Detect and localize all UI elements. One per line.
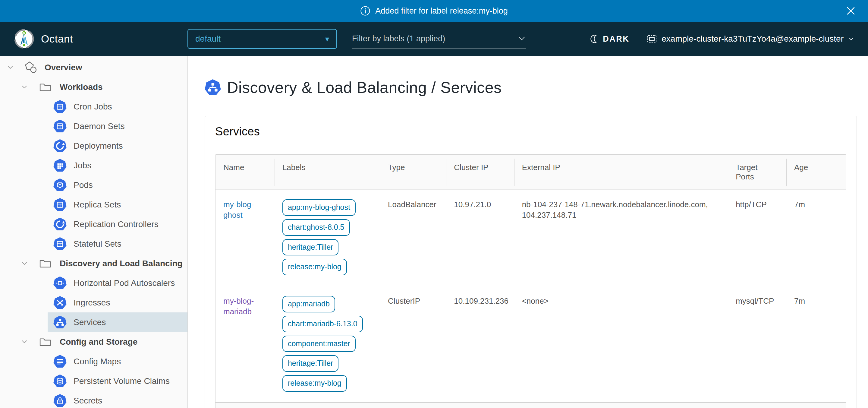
moon-icon: [590, 34, 599, 44]
brand: Octant: [14, 29, 187, 49]
sidebar-item-label: Config and Storage: [60, 337, 137, 347]
octant-logo-icon: [14, 29, 34, 49]
sidebar-item-label: Discovery and Load Balancing: [60, 259, 183, 268]
cell-target-ports: mysql/TCP: [728, 286, 786, 402]
label-pill: app:mariadb: [282, 296, 335, 313]
page-title: Discovery & Load Balancing / Services: [205, 79, 868, 96]
service-link[interactable]: my-blog-mariadb: [223, 296, 254, 316]
label-pill: chart:mariadb-6.13.0: [282, 316, 363, 332]
table-header-row: Name Labels Type Cluster IP External IP …: [216, 155, 846, 190]
services-card: Services Name Labels Type Cluster IP Ext…: [205, 116, 857, 408]
label-pill: release:my-blog: [282, 259, 347, 275]
sidebar-item-deployments[interactable]: Deployments: [0, 136, 187, 155]
persistent-volume-claims-icon: [53, 375, 67, 388]
table-row: my-blog-mariadb app:mariadb chart:mariad…: [216, 286, 846, 402]
cell-cluster-ip: 10.109.231.236: [446, 286, 514, 402]
sidebar-item-config-and-storage[interactable]: Config and Storage: [0, 332, 187, 352]
sidebar-item-label: Jobs: [73, 161, 91, 170]
sidebar-item-daemon-sets[interactable]: Daemon Sets: [0, 116, 187, 136]
page-title-text: Discovery & Load Balancing / Services: [227, 79, 502, 96]
theme-label: DARK: [603, 34, 629, 44]
cell-age: 7m: [786, 190, 846, 286]
sidebar-item-label: Replica Sets: [73, 200, 121, 210]
sidebar-item-services[interactable]: Services: [48, 313, 187, 332]
alert-message: Added filter for label release:my-blog: [375, 6, 508, 16]
label-filter-dropdown[interactable]: Filter by labels (1 applied): [352, 29, 526, 49]
alert-banner: Added filter for label release:my-blog: [0, 0, 868, 22]
label-pill: chart:ghost-8.0.5: [282, 219, 350, 236]
applications-icon: [24, 61, 37, 74]
cluster-icon: [647, 34, 657, 44]
sidebar-item-stateful-sets[interactable]: Stateful Sets: [0, 234, 187, 254]
sidebar-item-label: Services: [73, 318, 106, 327]
cell-type: ClusterIP: [380, 286, 446, 402]
horizontal-pod-autoscalers-icon: [53, 276, 67, 290]
namespace-selector[interactable]: default ▾: [187, 29, 337, 49]
caret-down-icon: ▾: [325, 34, 329, 44]
card-title: Services: [215, 125, 846, 138]
datagrid-footer: Items per page 10 1 - 2 of 2 items: [216, 402, 846, 408]
sidebar-item-jobs[interactable]: Jobs: [0, 155, 187, 175]
ingresses-icon: [53, 296, 67, 310]
chevron-down-icon: [848, 37, 854, 41]
info-circle-icon: [360, 6, 370, 16]
chevron-down-icon[interactable]: [7, 65, 24, 70]
sidebar-item-overview[interactable]: Overview: [0, 58, 187, 77]
replication-controllers-icon: [53, 218, 67, 231]
sidebar-item-label: Secrets: [73, 396, 102, 406]
cell-cluster-ip: 10.97.21.0: [446, 190, 514, 286]
label-pill: heritage:Tiller: [282, 355, 339, 372]
services-table: Name Labels Type Cluster IP External IP …: [216, 155, 846, 402]
sidebar-item-persistent-volume-claims[interactable]: Persistent Volume Claims: [0, 371, 187, 391]
label-pill: component:master: [282, 336, 355, 352]
sidebar-item-replica-sets[interactable]: Replica Sets: [0, 195, 187, 214]
folder-icon: [38, 81, 52, 94]
sidebar-item-replication-controllers[interactable]: Replication Controllers: [0, 214, 187, 234]
sidebar-item-horizontal-pod-autoscalers[interactable]: Horizontal Pod Autoscalers: [0, 273, 187, 293]
sidebar-item-label: Overview: [44, 63, 82, 72]
app-title: Octant: [41, 33, 73, 45]
col-header-labels: Labels: [275, 155, 380, 190]
services-icon: [53, 316, 67, 329]
app-header: Octant default ▾ Filter by labels (1 app…: [0, 22, 868, 56]
context-selector[interactable]: example-cluster-ka3TuTzYo4a@example-clus…: [647, 34, 854, 44]
cell-external-ip: nb-104-237-148-71.newark.nodebalancer.li…: [514, 190, 728, 286]
col-header-type: Type: [380, 155, 446, 190]
sidebar-item-ingresses[interactable]: Ingresses: [0, 293, 187, 313]
config-maps-icon: [53, 355, 67, 368]
sidebar-nav: Overview Workloads Cron Jobs Daemon Sets: [0, 56, 188, 408]
sidebar-item-config-maps[interactable]: Config Maps: [0, 352, 187, 371]
sidebar-item-label: Stateful Sets: [73, 239, 121, 249]
cell-age: 7m: [786, 286, 846, 402]
chevron-down-icon[interactable]: [22, 261, 38, 266]
cell-type: LoadBalancer: [380, 190, 446, 286]
chevron-down-icon[interactable]: [22, 85, 38, 89]
theme-toggle[interactable]: DARK: [590, 34, 629, 44]
table-row: my-blog-ghost app:my-blog-ghost chart:gh…: [216, 190, 846, 286]
col-header-name: Name: [216, 155, 275, 190]
pods-icon: [53, 178, 67, 192]
close-icon[interactable]: [845, 5, 857, 17]
sidebar-item-label: Config Maps: [73, 357, 121, 367]
sidebar-item-pods[interactable]: Pods: [0, 175, 187, 195]
sidebar-item-workloads[interactable]: Workloads: [0, 77, 187, 97]
sidebar-item-cron-jobs[interactable]: Cron Jobs: [0, 97, 187, 116]
sidebar-item-label: Deployments: [73, 141, 123, 151]
folder-icon: [38, 335, 52, 349]
sidebar-item-discovery-and-load-balancing[interactable]: Discovery and Load Balancing: [0, 254, 187, 273]
service-link[interactable]: my-blog-ghost: [223, 200, 254, 220]
chevron-down-icon[interactable]: [22, 340, 38, 344]
col-header-age: Age: [786, 155, 846, 190]
main-content: Discovery & Load Balancing / Services Se…: [188, 56, 868, 408]
col-header-target-ports: Target Ports: [728, 155, 786, 190]
cron-jobs-icon: [53, 100, 67, 113]
deployments-icon: [53, 139, 67, 153]
col-header-cluster-ip: Cluster IP: [446, 155, 514, 190]
namespace-value: default: [195, 34, 221, 44]
stateful-sets-icon: [53, 237, 67, 251]
sidebar-item-label: Pods: [73, 180, 93, 190]
sidebar-item-label: Workloads: [60, 82, 103, 92]
cell-external-ip: <none>: [514, 286, 728, 402]
label-pill: app:my-blog-ghost: [282, 199, 355, 216]
sidebar-item-secrets[interactable]: Secrets: [0, 391, 187, 408]
